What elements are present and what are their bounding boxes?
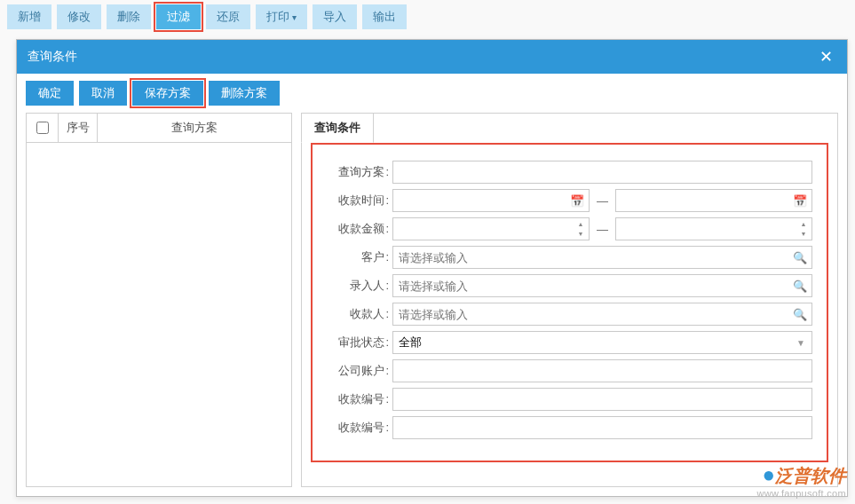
label-company-account: 公司账户 bbox=[320, 363, 392, 379]
export-button[interactable]: 输出 bbox=[362, 4, 407, 29]
delete-button[interactable]: 删除 bbox=[107, 4, 151, 29]
grid-header-checkbox[interactable] bbox=[27, 114, 59, 142]
import-button[interactable]: 导入 bbox=[313, 4, 357, 29]
add-button[interactable]: 新增 bbox=[7, 4, 51, 29]
receive-amount-from-input[interactable] bbox=[392, 217, 590, 240]
label-receive-time: 收款时间 bbox=[320, 193, 392, 209]
brand-url: www.fanpusoft.com bbox=[757, 488, 846, 499]
label-query-scheme: 查询方案 bbox=[320, 164, 392, 180]
spin-up-icon[interactable]: ▲ bbox=[575, 219, 586, 229]
edit-button[interactable]: 修改 bbox=[57, 4, 101, 29]
cancel-button[interactable]: 取消 bbox=[79, 81, 127, 106]
label-receipt-no-1: 收款编号 bbox=[320, 391, 392, 407]
close-icon[interactable]: ✕ bbox=[816, 47, 836, 67]
query-scheme-input[interactable] bbox=[392, 161, 812, 184]
entry-person-input[interactable] bbox=[392, 274, 812, 297]
select-all-checkbox[interactable] bbox=[36, 122, 49, 134]
approval-status-select[interactable] bbox=[392, 331, 812, 354]
save-scheme-button[interactable]: 保存方案 bbox=[132, 81, 203, 106]
range-separator: — bbox=[590, 223, 615, 236]
receive-time-from-input[interactable] bbox=[392, 189, 590, 212]
range-separator: — bbox=[590, 194, 615, 208]
receipt-no-1-input[interactable] bbox=[392, 388, 812, 411]
condition-form: 查询方案 收款时间 📅 — 📅 收款金额 ▲▼ — bbox=[311, 143, 828, 462]
label-approval-status: 审批状态 bbox=[320, 335, 392, 350]
label-payee: 收款人 bbox=[320, 306, 392, 322]
filter-button[interactable]: 过滤 bbox=[156, 4, 201, 29]
label-entry-person: 录入人 bbox=[320, 278, 392, 294]
brand-logo: ●泛普软件 bbox=[757, 462, 846, 488]
customer-input[interactable] bbox=[392, 246, 812, 269]
restore-button[interactable]: 还原 bbox=[206, 4, 250, 29]
label-customer: 客户 bbox=[320, 249, 392, 265]
condition-panel: 查询条件 查询方案 收款时间 📅 — 📅 收款金额 bbox=[301, 113, 838, 487]
query-dialog: 查询条件 ✕ 确定 取消 保存方案 删除方案 序号 查询方案 查询条件 查询方案 bbox=[16, 39, 848, 497]
spin-down-icon[interactable]: ▼ bbox=[575, 229, 586, 239]
payee-input[interactable] bbox=[392, 303, 812, 326]
label-receive-amount: 收款金额 bbox=[320, 221, 392, 237]
watermark: ●泛普软件 www.fanpusoft.com bbox=[757, 462, 846, 499]
tab-conditions[interactable]: 查询条件 bbox=[301, 113, 374, 143]
grid-header-seq: 序号 bbox=[59, 114, 98, 142]
ok-button[interactable]: 确定 bbox=[26, 81, 74, 106]
receive-time-to-input[interactable] bbox=[615, 189, 812, 212]
receive-amount-to-input[interactable] bbox=[615, 217, 812, 240]
delete-scheme-button[interactable]: 删除方案 bbox=[209, 81, 280, 106]
chevron-down-icon: ▾ bbox=[292, 12, 297, 22]
spin-down-icon[interactable]: ▼ bbox=[798, 229, 809, 239]
grid-body bbox=[27, 143, 291, 486]
label-receipt-no-2: 收款编号 bbox=[320, 420, 392, 436]
top-toolbar: 新增 修改 删除 过滤 还原 打印▾ 导入 输出 bbox=[0, 0, 855, 34]
receipt-no-2-input[interactable] bbox=[392, 416, 812, 439]
grid-header-scheme: 查询方案 bbox=[98, 114, 291, 142]
dialog-toolbar: 确定 取消 保存方案 删除方案 bbox=[17, 74, 847, 113]
scheme-grid: 序号 查询方案 bbox=[26, 113, 292, 487]
spin-up-icon[interactable]: ▲ bbox=[798, 219, 809, 229]
dialog-header: 查询条件 ✕ bbox=[17, 40, 847, 74]
print-button[interactable]: 打印▾ bbox=[256, 4, 307, 29]
dialog-title: 查询条件 bbox=[28, 49, 77, 65]
company-account-input[interactable] bbox=[392, 359, 812, 382]
